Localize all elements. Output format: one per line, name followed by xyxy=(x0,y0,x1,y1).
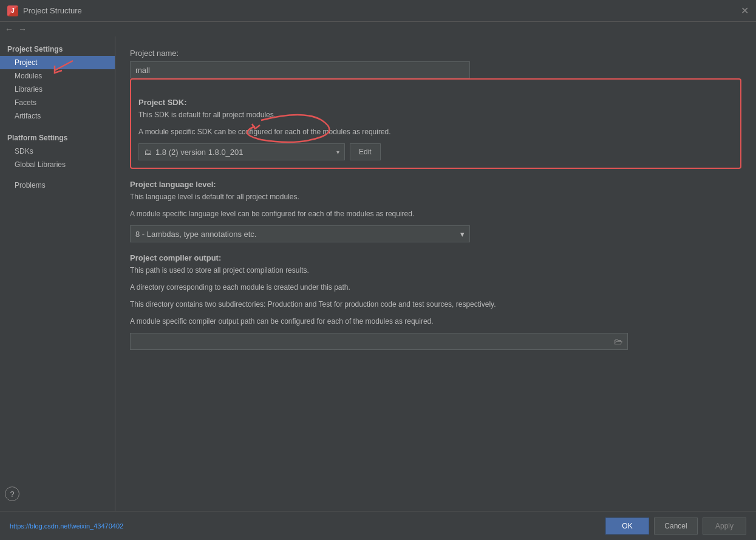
sidebar-item-problems[interactable]: Problems xyxy=(0,179,115,192)
compiler-desc-3: This directory contains two subdirectori… xyxy=(130,299,741,310)
project-name-label: Project name: xyxy=(130,49,741,58)
footer: https://blog.csdn.net/weixin_43470402 OK… xyxy=(0,511,756,540)
sdk-value: 1.8 (2) version 1.8.0_201 xyxy=(155,148,336,157)
cancel-button[interactable]: Cancel xyxy=(654,518,698,535)
sdk-dropdown[interactable]: 🗂 1.8 (2) version 1.8.0_201 ▾ xyxy=(138,143,345,160)
sidebar-item-facets[interactable]: Facets xyxy=(0,96,115,109)
back-button[interactable]: ← xyxy=(5,24,13,34)
sdk-dropdown-arrow: ▾ xyxy=(336,149,339,156)
title-bar: J Project Structure ✕ xyxy=(0,0,756,22)
sdk-section-title: Project SDK: xyxy=(138,98,733,107)
sidebar: Project Settings Project Modules Librari… xyxy=(0,36,115,511)
sidebar-item-libraries[interactable]: Libraries xyxy=(0,83,115,96)
lang-desc-1: This language level is default for all p… xyxy=(130,191,741,202)
nav-row: ← → xyxy=(0,22,756,36)
project-structure-dialog: J Project Structure ✕ ← → Project Settin… xyxy=(0,0,756,540)
footer-buttons: OK Cancel Apply xyxy=(605,518,746,535)
project-settings-label: Project Settings xyxy=(0,41,115,56)
sdk-desc-1: This SDK is default for all project modu… xyxy=(138,109,733,120)
sidebar-item-sdks[interactable]: SDKs xyxy=(0,145,115,158)
lang-dropdown[interactable]: 8 - Lambdas, type annotations etc. ▾ xyxy=(130,225,470,242)
dialog-title: Project Structure xyxy=(23,6,82,15)
sidebar-item-modules[interactable]: Modules xyxy=(0,69,115,83)
right-panel: Project name: Project SDK: This SDK is d… xyxy=(115,36,756,511)
compiler-section-title: Project compiler output: xyxy=(130,253,741,262)
forward-button[interactable]: → xyxy=(18,24,27,34)
ok-button[interactable]: OK xyxy=(605,518,649,535)
sdk-desc-2: A module specific SDK can be configured … xyxy=(138,126,733,137)
compiler-folder-icon: 🗁 xyxy=(614,337,622,346)
sdk-edit-button[interactable]: Edit xyxy=(350,143,381,160)
lang-desc-2: A module specific language level can be … xyxy=(130,208,741,219)
sdk-icon: 🗂 xyxy=(144,148,152,157)
platform-settings-label: Platform Settings xyxy=(0,130,115,145)
sidebar-item-project[interactable]: Project xyxy=(0,56,115,69)
app-icon: J xyxy=(7,5,18,16)
lang-value: 8 - Lambdas, type annotations etc. xyxy=(135,230,256,239)
project-name-input[interactable] xyxy=(130,61,470,78)
help-button[interactable]: ? xyxy=(5,487,19,501)
main-content: Project Settings Project Modules Librari… xyxy=(0,36,756,511)
sdk-row: 🗂 1.8 (2) version 1.8.0_201 ▾ Edit xyxy=(138,143,733,160)
sdk-section: Project SDK: This SDK is default for all… xyxy=(130,78,741,169)
compiler-desc-2: A directory corresponding to each module… xyxy=(130,282,741,293)
sidebar-item-artifacts[interactable]: Artifacts xyxy=(0,109,115,123)
compiler-output-field[interactable]: 🗁 xyxy=(130,333,628,350)
lang-section-title: Project language level: xyxy=(130,180,741,189)
sidebar-item-global-libraries[interactable]: Global Libraries xyxy=(0,158,115,171)
footer-url: https://blog.csdn.net/weixin_43470402 xyxy=(10,522,123,530)
close-button[interactable]: ✕ xyxy=(741,6,749,16)
lang-dropdown-arrow: ▾ xyxy=(460,230,465,239)
apply-button[interactable]: Apply xyxy=(703,518,746,535)
compiler-desc-4: A module specific compiler output path c… xyxy=(130,316,741,327)
compiler-desc-1: This path is used to store all project c… xyxy=(130,265,741,276)
